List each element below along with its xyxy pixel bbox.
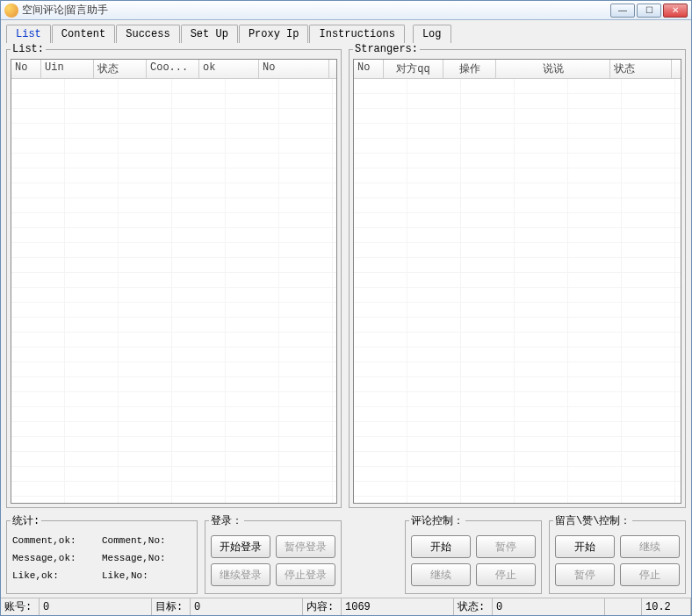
comment-button-3: 停止 <box>476 563 536 586</box>
tab-set-up[interactable]: Set Up <box>181 25 238 43</box>
list-col-header[interactable]: 状态 <box>94 60 147 78</box>
sb-account-value: 0 <box>40 598 152 615</box>
login-group: 登录： 开始登录暂停登录继续登录停止登录 <box>205 513 342 594</box>
message-control-group: 留言\赞\控制： 开始继续暂停停止 <box>549 513 686 594</box>
sb-target-value: 0 <box>191 598 303 615</box>
message-button-2: 暂停 <box>555 563 615 586</box>
comment-control-legend: 评论控制： <box>409 513 465 528</box>
comment-button-0[interactable]: 开始 <box>411 535 471 558</box>
stats-group: 统计: Comment,ok:Comment,No:Message,ok:Mes… <box>6 513 198 594</box>
strangers-table-header: No对方qq操作说说状态 <box>354 60 681 79</box>
tab-instructions[interactable]: Instructions <box>309 25 404 43</box>
list-col-header[interactable]: ok <box>199 60 259 78</box>
strangers-table-body <box>354 79 681 504</box>
login-button-0[interactable]: 开始登录 <box>211 535 270 558</box>
message-control-legend: 留言\赞\控制： <box>553 513 632 528</box>
list-group: List: NoUin状态Coo...okNo <box>6 43 342 508</box>
app-icon <box>4 4 18 18</box>
sb-blank1 <box>605 598 642 615</box>
list-table-body <box>11 79 336 504</box>
tab-bar: ListContentSuccessSet UpProxy IpInstruct… <box>1 22 691 43</box>
sb-account-label: 账号: <box>1 598 40 615</box>
sb-state-label: 状态: <box>454 598 493 615</box>
maximize-button[interactable]: ☐ <box>637 4 661 18</box>
tab-content[interactable]: Content <box>52 25 115 43</box>
strangers-col-header[interactable]: 操作 <box>443 60 496 78</box>
message-button-grid: 开始继续暂停停止 <box>553 532 681 590</box>
right-column: Strangers: No对方qq操作说说状态 <box>349 43 686 508</box>
message-button-1: 继续 <box>620 535 680 558</box>
tab-proxy-ip[interactable]: Proxy Ip <box>239 25 309 43</box>
sb-content-label: 内容: <box>303 598 342 615</box>
gridlines <box>11 79 336 504</box>
list-col-header[interactable]: Coo... <box>147 60 199 78</box>
spacer <box>349 513 398 594</box>
stat-label: Like,No: <box>102 570 191 581</box>
list-legend: List: <box>11 43 46 55</box>
list-table[interactable]: NoUin状态Coo...okNo <box>11 59 337 504</box>
strangers-col-header[interactable]: 状态 <box>610 60 672 78</box>
comment-button-1: 暂停 <box>476 535 536 558</box>
stat-label: Comment,No: <box>102 535 191 546</box>
tab-log[interactable]: Log <box>413 25 451 43</box>
list-table-header: NoUin状态Coo...okNo <box>11 60 336 79</box>
statusbar: 账号: 0 目标: 0 内容: 1069 状态: 0 10.2 <box>1 598 691 615</box>
login-legend: 登录： <box>209 513 244 528</box>
stat-label: Like,ok: <box>12 570 102 581</box>
titlebar: 空间评论|留言助手 — ☐ ✕ <box>1 1 691 20</box>
tab-success[interactable]: Success <box>116 25 179 43</box>
stats-grid: Comment,ok:Comment,No:Message,ok:Message… <box>11 532 193 581</box>
tab-list[interactable]: List <box>6 25 51 43</box>
strangers-group: Strangers: No对方qq操作说说状态 <box>349 43 686 508</box>
gridlines <box>354 79 681 504</box>
strangers-col-header[interactable]: No <box>354 60 384 78</box>
window-buttons: — ☐ ✕ <box>610 4 688 18</box>
strangers-col-header[interactable]: 说说 <box>496 60 610 78</box>
stat-label: Message,ok: <box>12 553 102 563</box>
login-button-grid: 开始登录暂停登录继续登录停止登录 <box>209 532 337 590</box>
window-title: 空间评论|留言助手 <box>22 3 610 18</box>
app-window: 空间评论|留言助手 — ☐ ✕ ListContentSuccessSet Up… <box>0 0 692 616</box>
list-col-header[interactable]: Uin <box>41 60 94 78</box>
list-col-header[interactable]: No <box>11 60 41 78</box>
close-button[interactable]: ✕ <box>663 4 688 18</box>
message-button-3: 停止 <box>620 563 680 586</box>
content-row: List: NoUin状态Coo...okNo Strangers: No对方q… <box>1 43 691 512</box>
sb-version: 10.2 <box>642 598 691 615</box>
sb-target-label: 目标: <box>152 598 191 615</box>
stat-label: Message,No: <box>102 553 191 563</box>
login-button-2: 继续登录 <box>211 563 270 586</box>
login-button-3: 停止登录 <box>276 563 335 586</box>
strangers-table[interactable]: No对方qq操作说说状态 <box>353 59 681 504</box>
strangers-col-header[interactable]: 对方qq <box>384 60 443 78</box>
bottom-row: 统计: Comment,ok:Comment,No:Message,ok:Mes… <box>1 512 691 598</box>
comment-button-2: 继续 <box>411 563 471 586</box>
sb-state-value: 0 <box>493 598 605 615</box>
minimize-button[interactable]: — <box>610 4 635 18</box>
stats-legend: 统计: <box>11 513 41 528</box>
login-button-1: 暂停登录 <box>276 535 335 558</box>
left-column: List: NoUin状态Coo...okNo <box>6 43 342 508</box>
comment-control-group: 评论控制： 开始暂停继续停止 <box>405 513 542 594</box>
comment-button-grid: 开始暂停继续停止 <box>409 532 537 590</box>
message-button-0[interactable]: 开始 <box>555 535 615 558</box>
list-col-header[interactable]: No <box>259 60 329 78</box>
sb-content-value: 1069 <box>342 598 454 615</box>
stat-label: Comment,ok: <box>12 535 102 546</box>
strangers-legend: Strangers: <box>353 43 420 55</box>
